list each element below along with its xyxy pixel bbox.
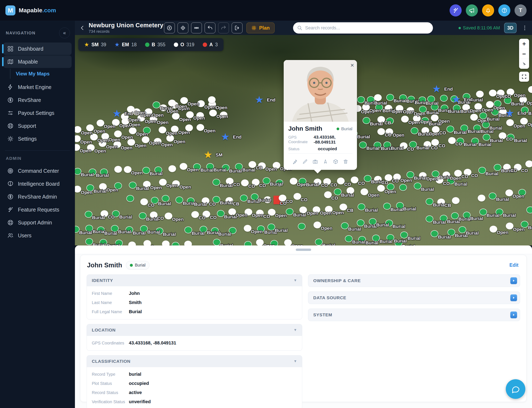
section-header-identity[interactable]: IDENTITY▼	[87, 275, 302, 286]
map-marker-open[interactable]	[490, 226, 497, 233]
map-marker-open[interactable]	[180, 97, 188, 104]
map-marker-burial[interactable]	[451, 212, 459, 219]
map-marker-burial[interactable]	[440, 215, 448, 222]
photo-button[interactable]	[311, 157, 320, 166]
map-marker-burial[interactable]	[345, 235, 352, 242]
map-marker-burial[interactable]	[75, 226, 80, 233]
map-marker-open[interactable]	[168, 100, 176, 106]
delete-record-button[interactable]	[341, 157, 350, 166]
map-marker-burial[interactable]	[143, 127, 151, 134]
map-marker-burial[interactable]	[409, 141, 417, 148]
map-marker-burial[interactable]	[463, 212, 471, 219]
map-marker-open[interactable]	[101, 133, 109, 140]
map-marker-burial[interactable]	[383, 203, 391, 210]
map-marker-burial[interactable]	[418, 96, 426, 103]
map-marker-burial[interactable]	[431, 230, 438, 237]
map-marker-burial[interactable]	[75, 168, 81, 175]
map-marker-burial[interactable]	[457, 138, 464, 144]
map-marker-burial[interactable]	[448, 229, 455, 236]
map-marker-burial[interactable]	[359, 142, 367, 148]
map-marker-open[interactable]	[208, 96, 216, 103]
map-marker-open[interactable]	[505, 189, 513, 196]
map-marker-burial[interactable]	[286, 208, 294, 215]
map-marker-co[interactable]	[432, 126, 440, 133]
map-marker-co[interactable]	[385, 174, 392, 181]
pin-record-button[interactable]	[290, 157, 300, 166]
map-marker-burial[interactable]	[478, 167, 486, 174]
back-button[interactable]	[78, 23, 87, 33]
map-marker-open[interactable]	[184, 241, 192, 246]
zoom-out-button[interactable]: −	[519, 49, 529, 59]
map-marker-open[interactable]	[172, 180, 180, 187]
sidebar-admin-item-support-admin[interactable]: Support Admin	[3, 216, 72, 229]
map-marker-burial[interactable]	[491, 109, 499, 115]
map-marker-star-blue[interactable]: ★	[221, 133, 230, 141]
map-marker-open[interactable]	[245, 209, 252, 215]
map-marker-open[interactable]	[127, 139, 135, 146]
map-marker-burial[interactable]	[126, 195, 134, 202]
map-marker-co[interactable]	[252, 179, 260, 186]
map-marker-open[interactable]	[145, 108, 152, 115]
map-marker-burial[interactable]	[175, 196, 183, 203]
map-marker-open[interactable]	[313, 206, 320, 213]
map-marker-burial[interactable]	[386, 234, 394, 241]
map-marker-burial[interactable]	[341, 222, 349, 229]
map-marker-burial[interactable]	[407, 96, 415, 103]
sheet-drag-handle[interactable]	[296, 249, 311, 251]
map-marker-burial[interactable]	[244, 241, 252, 246]
map-marker-burial[interactable]	[446, 126, 454, 133]
map-marker-burial[interactable]	[97, 227, 105, 233]
map-marker-star-blue[interactable]: ★	[505, 109, 514, 117]
map-marker-burial[interactable]	[407, 171, 414, 178]
map-marker-burial[interactable]	[483, 134, 490, 141]
map-marker-co[interactable]	[464, 169, 471, 176]
map-marker-co[interactable]	[400, 142, 408, 149]
map-marker-burial[interactable]	[367, 96, 375, 103]
section-collapsed-data-source[interactable]: DATA SOURCE	[308, 291, 520, 304]
map-marker-burial[interactable]	[494, 100, 501, 107]
map-marker-burial[interactable]	[479, 112, 487, 119]
map-marker-open[interactable]	[90, 134, 98, 140]
sidebar-item-settings[interactable]: Settings	[3, 133, 72, 145]
map-marker-burial[interactable]	[463, 93, 470, 100]
map-marker-burial[interactable]	[458, 226, 466, 233]
map-marker-burial[interactable]	[399, 94, 407, 101]
notifications-button[interactable]	[482, 4, 494, 17]
map-marker-burial[interactable]	[129, 182, 137, 189]
sidebar-item-support[interactable]: Support	[3, 120, 72, 132]
toggle-3d-button[interactable]: 3D	[504, 23, 517, 33]
map-marker-open[interactable]	[124, 166, 131, 173]
sidebar-subitem-view-my-maps[interactable]: View My Maps	[16, 69, 72, 79]
map-marker-open[interactable]	[186, 111, 194, 118]
sidebar-item-market-engine[interactable]: Market Engine	[3, 81, 72, 93]
map-marker-open[interactable]	[401, 116, 409, 123]
more-menu-button[interactable]	[521, 24, 529, 32]
map-marker-burial[interactable]	[299, 178, 306, 185]
legend-item-o[interactable]: O319	[174, 42, 194, 48]
map-marker-burial[interactable]	[85, 225, 93, 232]
map-marker-burial[interactable]	[85, 211, 92, 218]
map-marker-open[interactable]	[486, 101, 494, 108]
fullscreen-button[interactable]	[519, 72, 529, 82]
map-marker-open[interactable]	[413, 115, 421, 122]
add-point-button[interactable]	[164, 23, 175, 33]
map-marker-burial[interactable]	[100, 169, 108, 175]
map-marker-co[interactable]	[191, 211, 199, 218]
map-marker-open[interactable]	[75, 126, 81, 133]
map-marker-open[interactable]	[431, 114, 439, 121]
map-marker-burial[interactable]	[479, 209, 487, 215]
map-marker-burial[interactable]	[235, 163, 243, 170]
expand-section-button[interactable]	[510, 277, 517, 284]
map-marker-co[interactable]	[241, 179, 249, 186]
map-marker-co[interactable]	[499, 132, 506, 139]
map-marker-co[interactable]	[100, 210, 108, 217]
map-marker-co[interactable]	[525, 161, 532, 167]
map-marker-open[interactable]	[168, 165, 176, 172]
map-marker-co[interactable]	[339, 204, 347, 211]
map-marker-burial[interactable]	[453, 105, 461, 111]
map-marker-open[interactable]	[228, 208, 236, 215]
zoom-in-button[interactable]: +	[519, 39, 529, 49]
legend-item-a[interactable]: A3	[203, 42, 218, 48]
map-marker-burial[interactable]	[386, 118, 394, 124]
map-marker-burial[interactable]	[257, 225, 265, 232]
